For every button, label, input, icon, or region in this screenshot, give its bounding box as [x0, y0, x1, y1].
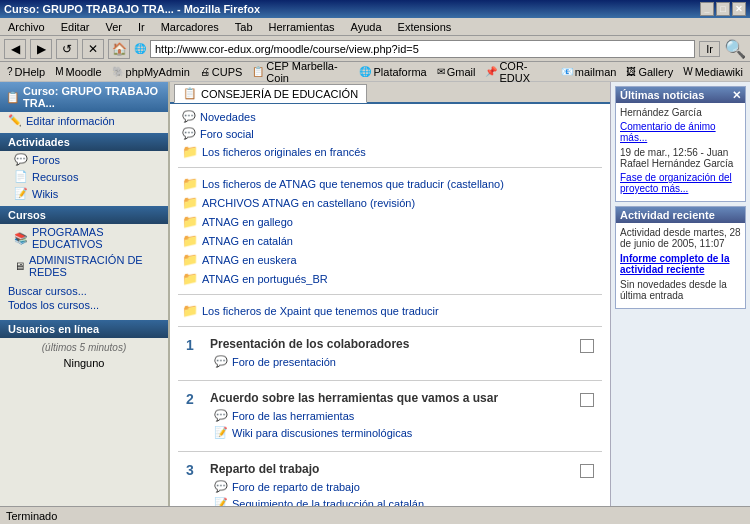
right-section-noticias: ✕ Últimas noticias Hernández García Come…: [615, 86, 746, 202]
actividad-report-link: Informe completo de la actividad recient…: [620, 253, 741, 275]
bookmark-mediawiki[interactable]: WMediawiki: [680, 65, 746, 79]
bookmark-dhelp[interactable]: ?DHelp: [4, 65, 48, 79]
divider-5: [178, 451, 602, 452]
wiki-catalan: 📝 Seguimiento de la traducción al catalá…: [210, 495, 572, 506]
bookmark-gmail[interactable]: ✉Gmail: [434, 65, 479, 79]
right-section-actividad: Actividad reciente Actividad desde marte…: [615, 206, 746, 309]
noticias-close[interactable]: ✕: [732, 89, 741, 102]
stop-button[interactable]: ✕: [82, 39, 104, 59]
menu-ver[interactable]: Ver: [101, 20, 126, 34]
novedades-link[interactable]: Novedades: [200, 111, 256, 123]
bookmark-cups[interactable]: 🖨CUPS: [197, 65, 246, 79]
search-icon[interactable]: 🔍: [724, 38, 746, 60]
sidebar-section-users: Usuarios en línea (últimos 5 minutos) Ni…: [0, 320, 168, 373]
divider-3: [178, 326, 602, 327]
center-panel: 📋 CONSEJERÍA DE EDUCACIÓN 💬 Novedades 💬 …: [170, 82, 610, 506]
section-checkbox-2[interactable]: [580, 393, 594, 407]
atnag-euskera-link[interactable]: ATNAG en euskera: [202, 254, 297, 266]
buscar-cursos-link[interactable]: Buscar cursos...: [8, 284, 160, 298]
foro-social-link[interactable]: Foro social: [200, 128, 254, 140]
bookmark-plataforma[interactable]: 🌐Plataforma: [356, 65, 429, 79]
xpaint-link[interactable]: Los ficheros de Xpaint que tenemos que t…: [202, 305, 439, 317]
section-checkbox-3[interactable]: [580, 464, 594, 478]
cups-icon: 🖨: [200, 66, 210, 77]
menu-editar[interactable]: Editar: [57, 20, 94, 34]
close-button[interactable]: ✕: [732, 2, 746, 16]
back-button[interactable]: ◀: [4, 39, 26, 59]
status-bar: Terminado: [0, 506, 750, 524]
cep-icon: 📋: [252, 66, 264, 77]
atnag-catalan-link[interactable]: ATNAG en catalán: [202, 235, 293, 247]
foros-icon: 💬: [14, 153, 28, 166]
edit-info-label[interactable]: Editar información: [26, 115, 115, 127]
phpmyadmin-icon: 🐘: [112, 66, 124, 77]
noticias-header: ✕ Últimas noticias: [616, 87, 745, 103]
bookmark-gallery[interactable]: 🖼Gallery: [623, 65, 676, 79]
cursos-header: Cursos: [0, 206, 168, 224]
mailman-icon: 📧: [561, 66, 573, 77]
bookmark-phpmyadmin[interactable]: 🐘phpMyAdmin: [109, 65, 193, 79]
home-button[interactable]: 🏠: [108, 39, 130, 59]
moodle-icon: M: [55, 66, 63, 77]
wiki-catalan-link[interactable]: Seguimiento de la traducción al catalán: [232, 498, 424, 507]
sidebar-item-recursos[interactable]: 📄 Recursos: [0, 168, 168, 185]
status-text: Terminado: [6, 510, 57, 522]
sidebar-item-admin[interactable]: 🖥 ADMINISTRACIÓN DE REDES: [0, 252, 168, 280]
menu-archivo[interactable]: Archivo: [4, 20, 49, 34]
atnag-portugues-link[interactable]: ATNAG en portugués_BR: [202, 273, 328, 285]
bookmark-cep[interactable]: 📋CEP Marbella-Coin: [249, 59, 352, 85]
edit-info-link[interactable]: ✏️ Editar información: [0, 112, 168, 129]
wiki-catalan-icon: 📝: [214, 497, 228, 506]
url-label: 🌐: [134, 43, 146, 54]
minimize-button[interactable]: _: [700, 2, 714, 16]
ficheros-orig-link[interactable]: Los ficheros originales en francés: [202, 146, 366, 158]
menu-tab[interactable]: Tab: [231, 20, 257, 34]
sidebar-item-wikis[interactable]: 📝 Wikis: [0, 185, 168, 202]
url-input[interactable]: [150, 40, 695, 58]
folder-item-atnag-cast: 📁 Los ficheros de ATNAG que tenemos que …: [178, 174, 602, 193]
atnag-gallego-link[interactable]: ATNAG en gallego: [202, 216, 293, 228]
menu-extensions[interactable]: Extensions: [394, 20, 456, 34]
atnag-cast-icon: 📁: [182, 176, 198, 191]
forward-button[interactable]: ▶: [30, 39, 52, 59]
wiki-terminologicas-link[interactable]: Wiki para discusiones terminológicas: [232, 427, 412, 439]
section-checkbox-1[interactable]: [580, 339, 594, 353]
content-tab-main[interactable]: 📋 CONSEJERÍA DE EDUCACIÓN: [174, 84, 367, 103]
users-subtitle: (últimos 5 minutos): [8, 342, 160, 353]
wiki-terminologicas: 📝 Wiki para discusiones terminológicas: [210, 424, 572, 441]
folder-item-atnag-euskera: 📁 ATNAG en euskera: [178, 250, 602, 269]
window-controls[interactable]: _ □ ✕: [700, 2, 746, 16]
foro-herramientas-link[interactable]: Foro de las herramientas: [232, 410, 354, 422]
bookmark-moodle[interactable]: MMoodle: [52, 65, 104, 79]
go-button[interactable]: Ir: [699, 41, 720, 57]
tab-icon: 📋: [183, 87, 197, 100]
foro-herramientas-icon: 💬: [214, 409, 228, 422]
gmail-icon: ✉: [437, 66, 445, 77]
maximize-button[interactable]: □: [716, 2, 730, 16]
foro-herramientas: 💬 Foro de las herramientas: [210, 407, 572, 424]
atnag-gallego-icon: 📁: [182, 214, 198, 229]
bookmark-mailman[interactable]: 📧mailman: [558, 65, 620, 79]
wiki-terminologicas-icon: 📝: [214, 426, 228, 439]
noticias-body: Hernández García Comentario de ánimo más…: [616, 103, 745, 201]
sidebar-item-programas[interactable]: 📚 PROGRAMAS EDUCATIVOS: [0, 224, 168, 252]
foro-reparto-link[interactable]: Foro de reparto de trabajo: [232, 481, 360, 493]
bookmark-coredux[interactable]: 📌COR-EDUX: [482, 59, 553, 85]
title-bar: Curso: GRUPO TRABAJO TRA... - Mozilla Fi…: [0, 0, 750, 18]
menu-ayuda[interactable]: Ayuda: [347, 20, 386, 34]
menu-ir[interactable]: Ir: [134, 20, 149, 34]
reload-button[interactable]: ↺: [56, 39, 78, 59]
atnag-archivos-icon: 📁: [182, 195, 198, 210]
main-area: 📋 Curso: GRUPO TRABAJO TRA... ✏️ Editar …: [0, 82, 750, 506]
right-panel: ✕ Últimas noticias Hernández García Come…: [610, 82, 750, 506]
menu-marcadores[interactable]: Marcadores: [157, 20, 223, 34]
sidebar: 📋 Curso: GRUPO TRABAJO TRA... ✏️ Editar …: [0, 82, 170, 506]
atnag-cast-link[interactable]: Los ficheros de ATNAG que tenemos que tr…: [202, 178, 504, 190]
foro-reparto-icon: 💬: [214, 480, 228, 493]
foro-presentacion-link[interactable]: Foro de presentación: [232, 356, 336, 368]
sidebar-item-foros[interactable]: 💬 Foros: [0, 151, 168, 168]
atnag-archivos-link[interactable]: ARCHIVOS ATNAG en castellano (revisión): [202, 197, 415, 209]
menu-bar: Archivo Editar Ver Ir Marcadores Tab Her…: [0, 18, 750, 36]
menu-herramientas[interactable]: Herramientas: [265, 20, 339, 34]
todos-cursos-link[interactable]: Todos los cursos...: [8, 298, 160, 312]
